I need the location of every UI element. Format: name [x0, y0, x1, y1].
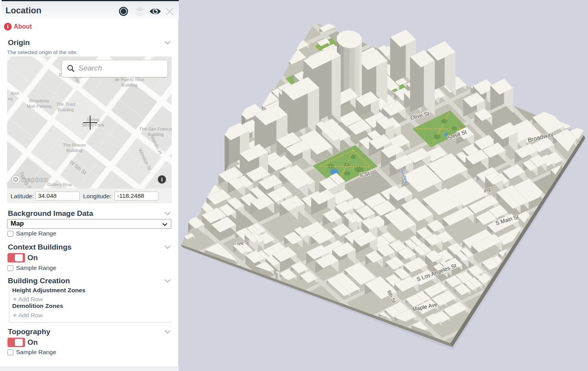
svg-text:The TrustBuilding: The TrustBuilding: [56, 102, 76, 112]
svg-text:litan: litan: [11, 91, 19, 96]
svg-text:ng: ng: [8, 96, 13, 101]
svg-text:BroadwayMall Parking: BroadwayMall Parking: [27, 98, 51, 109]
svg-text:i: i: [161, 177, 163, 183]
svg-text:Gallery Row: Gallery Row: [47, 182, 72, 187]
svg-text:mapbox: mapbox: [21, 176, 48, 183]
